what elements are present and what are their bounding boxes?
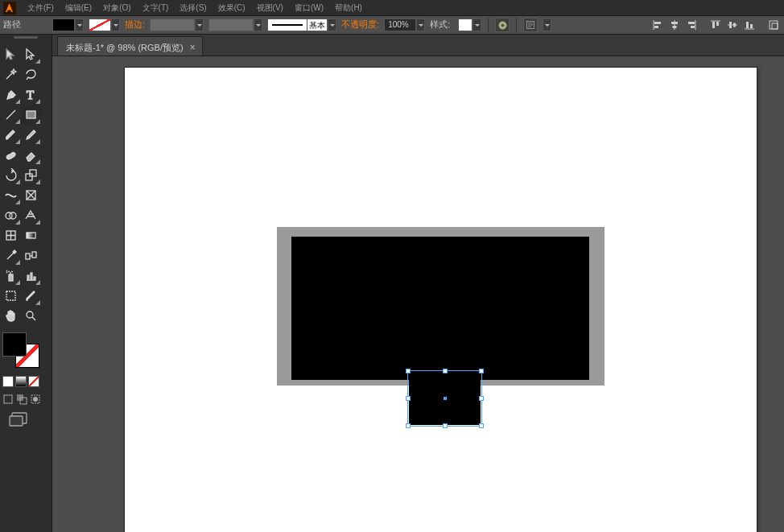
panel-grip[interactable] bbox=[0, 36, 52, 43]
menu-bar: 文件(F) 编辑(E) 对象(O) 文字(T) 选择(S) 效果(C) 视图(V… bbox=[0, 0, 784, 16]
svg-rect-13 bbox=[733, 23, 736, 27]
var-width-profile-dropdown[interactable] bbox=[254, 19, 262, 31]
svg-rect-14 bbox=[746, 22, 749, 28]
zoom-tool[interactable] bbox=[21, 306, 41, 326]
perspective-grid-tool[interactable] bbox=[21, 205, 41, 225]
scale-tool[interactable] bbox=[21, 165, 41, 185]
app-logo-icon bbox=[3, 2, 16, 14]
brush-definition[interactable] bbox=[267, 19, 307, 31]
menu-item[interactable]: 选择(S) bbox=[175, 2, 211, 14]
menu-item[interactable]: 对象(O) bbox=[98, 2, 135, 14]
menu-item[interactable]: 效果(C) bbox=[213, 2, 250, 14]
slice-tool[interactable] bbox=[21, 286, 41, 306]
type-tool[interactable]: T bbox=[21, 85, 41, 105]
artboard[interactable] bbox=[125, 68, 757, 532]
stroke-dropdown[interactable] bbox=[111, 19, 120, 31]
menu-item[interactable]: 文字(T) bbox=[138, 2, 174, 14]
document-setup-icon[interactable] bbox=[523, 18, 538, 32]
opacity-dropdown[interactable] bbox=[416, 19, 425, 31]
mesh-tool[interactable] bbox=[1, 225, 21, 245]
svg-point-24 bbox=[10, 212, 16, 219]
svg-rect-15 bbox=[750, 24, 753, 28]
align-top-icon[interactable] bbox=[708, 18, 723, 32]
symbol-sprayer-tool[interactable] bbox=[1, 266, 21, 286]
menu-item[interactable]: 帮助(H) bbox=[330, 2, 367, 14]
fill-chip[interactable] bbox=[2, 332, 27, 357]
stroke-swatch[interactable] bbox=[89, 19, 111, 31]
free-transform-tool[interactable] bbox=[21, 185, 41, 205]
svg-rect-33 bbox=[6, 291, 15, 300]
svg-rect-6 bbox=[671, 22, 678, 24]
draw-behind-icon[interactable] bbox=[16, 394, 27, 405]
graphic-style-swatch[interactable] bbox=[458, 19, 472, 31]
rectangle-object-black-small[interactable] bbox=[409, 372, 481, 425]
document-setup-dropdown[interactable] bbox=[543, 19, 551, 31]
align-center-v-icon[interactable] bbox=[725, 18, 740, 32]
width-tool[interactable] bbox=[1, 185, 21, 205]
line-tool[interactable] bbox=[1, 105, 21, 125]
pencil-tool[interactable] bbox=[21, 125, 41, 145]
artboard-tool[interactable] bbox=[1, 286, 21, 306]
transform-panel-icon[interactable] bbox=[766, 18, 781, 32]
fill-swatch[interactable] bbox=[52, 19, 75, 31]
svg-rect-17 bbox=[772, 23, 778, 29]
eraser-tool[interactable] bbox=[21, 145, 41, 165]
menu-item[interactable]: 视图(V) bbox=[252, 2, 288, 14]
fill-dropdown[interactable] bbox=[75, 19, 84, 31]
menu-item[interactable]: 编辑(E) bbox=[60, 2, 97, 14]
hand-tool[interactable] bbox=[1, 306, 21, 326]
selection-tool[interactable] bbox=[1, 44, 21, 64]
column-graph-tool[interactable] bbox=[21, 266, 41, 286]
close-tab-icon[interactable]: × bbox=[190, 42, 196, 53]
document-tab[interactable]: 未标题-1* @ 98% (RGB/预览) × bbox=[57, 36, 203, 56]
svg-rect-41 bbox=[10, 416, 23, 426]
color-mode-icon[interactable] bbox=[2, 376, 14, 387]
rectangle-object-black-large[interactable] bbox=[291, 237, 589, 380]
rotate-tool[interactable] bbox=[1, 165, 21, 185]
opacity-field[interactable]: 100% bbox=[384, 19, 416, 31]
shape-builder-tool[interactable] bbox=[1, 205, 21, 225]
options-bar: 路径 描边: 基本 不透明度: 100% 样式: bbox=[0, 16, 784, 35]
svg-rect-4 bbox=[654, 22, 661, 24]
gradient-tool[interactable] bbox=[21, 225, 41, 245]
recolor-artwork-icon[interactable] bbox=[495, 18, 510, 32]
svg-rect-21 bbox=[30, 170, 36, 176]
blob-brush-tool[interactable] bbox=[1, 145, 21, 165]
svg-rect-11 bbox=[716, 22, 719, 26]
svg-text:T: T bbox=[27, 89, 34, 101]
separator bbox=[488, 18, 489, 32]
menu-item[interactable]: 窗口(W) bbox=[290, 2, 328, 14]
align-center-h-icon[interactable] bbox=[667, 18, 682, 32]
svg-rect-20 bbox=[26, 174, 32, 180]
draw-normal-icon[interactable] bbox=[2, 394, 14, 405]
brush-dropdown[interactable] bbox=[328, 19, 336, 31]
fill-stroke-chips[interactable] bbox=[2, 332, 43, 373]
eyedropper-tool[interactable] bbox=[1, 245, 21, 266]
svg-rect-32 bbox=[34, 277, 35, 280]
graphic-style-dropdown[interactable] bbox=[472, 19, 481, 31]
svg-point-34 bbox=[27, 311, 33, 318]
stroke-width-dropdown[interactable] bbox=[195, 19, 204, 31]
canvas-viewport[interactable] bbox=[52, 56, 784, 532]
align-left-icon[interactable] bbox=[650, 18, 665, 32]
svg-rect-9 bbox=[691, 26, 695, 28]
left-dock: T bbox=[0, 35, 52, 532]
stroke-width-field[interactable] bbox=[150, 19, 195, 31]
rectangle-tool[interactable] bbox=[21, 105, 41, 125]
direct-selection-tool[interactable] bbox=[21, 44, 41, 64]
blend-tool[interactable] bbox=[21, 245, 41, 266]
pen-tool[interactable] bbox=[1, 85, 21, 105]
document-tab-strip: 未标题-1* @ 98% (RGB/预览) × bbox=[52, 35, 784, 56]
svg-rect-16 bbox=[770, 21, 778, 29]
lasso-tool[interactable] bbox=[21, 64, 41, 85]
menu-item[interactable]: 文件(F) bbox=[23, 2, 59, 14]
paintbrush-tool[interactable] bbox=[1, 125, 21, 145]
none-mode-icon[interactable] bbox=[28, 376, 39, 387]
gradient-mode-icon[interactable] bbox=[15, 376, 27, 387]
align-bottom-icon[interactable] bbox=[742, 18, 757, 32]
var-width-profile[interactable] bbox=[208, 19, 254, 31]
align-right-icon[interactable] bbox=[684, 18, 699, 32]
magic-wand-tool[interactable] bbox=[1, 64, 21, 85]
screen-mode-icon[interactable] bbox=[0, 411, 52, 431]
draw-inside-icon[interactable] bbox=[30, 394, 41, 405]
